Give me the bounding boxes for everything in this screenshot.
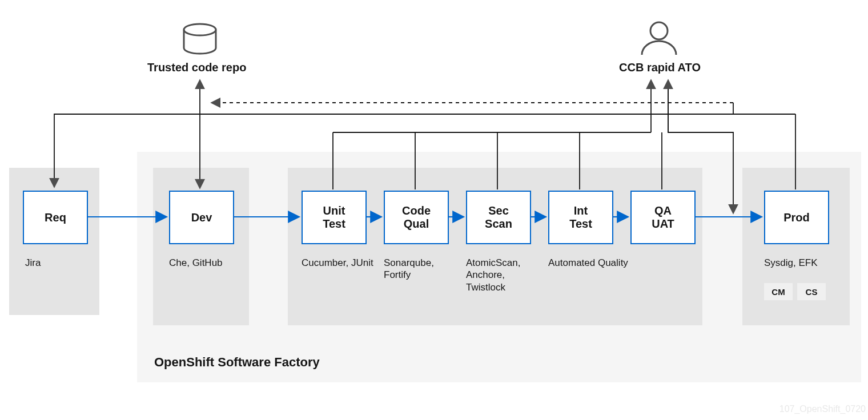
stage-qa: QAUAT: [630, 191, 696, 244]
tools-req: Jira: [25, 257, 41, 269]
tools-prod: Sysdig, EFK: [764, 257, 850, 269]
factory-title: OpenShift Software Factory: [154, 355, 320, 370]
tag-cs: CS: [797, 283, 826, 300]
stage-int: IntTest: [548, 191, 613, 244]
tools-sec: AtomicScan, Anchore, Twistlock: [466, 257, 540, 293]
stage-sec: SecScan: [466, 191, 531, 244]
trusted-repo-label: Trusted code repo: [147, 61, 246, 74]
tools-qual: Sonarqube, Fortify: [384, 257, 458, 281]
svg-point-1: [650, 22, 668, 39]
ccb-label: CCB rapid ATO: [619, 61, 701, 74]
tools-unit: Cucumber, JUnit: [302, 257, 376, 269]
stage-req: Req: [23, 191, 88, 244]
watermark: 107_OpenShift_0720: [779, 404, 866, 414]
tools-dev: Che, GitHub: [169, 257, 223, 269]
stage-prod: Prod: [764, 191, 829, 244]
stage-unit: UnitTest: [302, 191, 367, 244]
stage-dev: Dev: [169, 191, 234, 244]
user-icon: [642, 22, 676, 55]
tag-cm: CM: [764, 283, 793, 300]
stage-qual: CodeQual: [384, 191, 449, 244]
tools-int: Automated Quality: [548, 257, 691, 269]
database-icon: [184, 24, 216, 54]
svg-point-0: [184, 24, 216, 35]
